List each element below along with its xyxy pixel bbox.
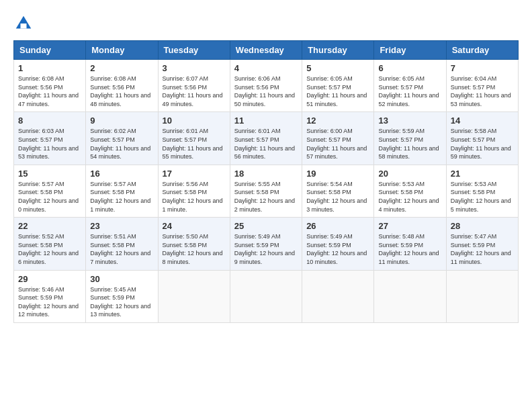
svg-rect-1 bbox=[21, 24, 27, 29]
table-row: 13Sunrise: 5:59 AMSunset: 5:57 PMDayligh… bbox=[374, 112, 446, 165]
table-row: 23Sunrise: 5:51 AMSunset: 5:58 PMDayligh… bbox=[86, 218, 158, 270]
table-row: 15Sunrise: 5:57 AMSunset: 5:58 PMDayligh… bbox=[14, 165, 86, 217]
table-row: 26Sunrise: 5:49 AMSunset: 5:59 PMDayligh… bbox=[302, 218, 374, 270]
header-monday: Monday bbox=[86, 41, 158, 60]
table-row: 11Sunrise: 6:01 AMSunset: 5:57 PMDayligh… bbox=[230, 112, 302, 165]
table-row bbox=[302, 270, 374, 322]
table-row: 8Sunrise: 6:03 AMSunset: 5:57 PMDaylight… bbox=[14, 112, 86, 165]
table-row: 16Sunrise: 5:57 AMSunset: 5:58 PMDayligh… bbox=[86, 165, 158, 217]
table-row bbox=[446, 270, 518, 322]
table-row bbox=[374, 270, 446, 322]
table-row: 21Sunrise: 5:53 AMSunset: 5:58 PMDayligh… bbox=[446, 165, 518, 217]
table-row: 28Sunrise: 5:47 AMSunset: 5:59 PMDayligh… bbox=[446, 218, 518, 270]
header-friday: Friday bbox=[374, 41, 446, 60]
logo-icon bbox=[13, 13, 34, 34]
table-row: 17Sunrise: 5:56 AMSunset: 5:58 PMDayligh… bbox=[158, 165, 230, 217]
table-row: 22Sunrise: 5:52 AMSunset: 5:58 PMDayligh… bbox=[14, 218, 86, 270]
table-row: 12Sunrise: 6:00 AMSunset: 5:57 PMDayligh… bbox=[302, 112, 374, 165]
table-row: 30Sunrise: 5:45 AMSunset: 5:59 PMDayligh… bbox=[86, 270, 158, 322]
table-row: 19Sunrise: 5:54 AMSunset: 5:58 PMDayligh… bbox=[302, 165, 374, 217]
table-row bbox=[230, 270, 302, 322]
table-row: 25Sunrise: 5:49 AMSunset: 5:59 PMDayligh… bbox=[230, 218, 302, 270]
table-row: 20Sunrise: 5:53 AMSunset: 5:58 PMDayligh… bbox=[374, 165, 446, 217]
page-header bbox=[13, 13, 519, 34]
header-thursday: Thursday bbox=[302, 41, 374, 60]
table-row: 4Sunrise: 6:06 AMSunset: 5:56 PMDaylight… bbox=[230, 60, 302, 112]
header-sunday: Sunday bbox=[14, 41, 86, 60]
table-row: 10Sunrise: 6:01 AMSunset: 5:57 PMDayligh… bbox=[158, 112, 230, 165]
table-row: 1Sunrise: 6:08 AMSunset: 5:56 PMDaylight… bbox=[14, 60, 86, 112]
table-row: 6Sunrise: 6:05 AMSunset: 5:57 PMDaylight… bbox=[374, 60, 446, 112]
weekday-header-row: Sunday Monday Tuesday Wednesday Thursday… bbox=[14, 41, 519, 60]
table-row: 9Sunrise: 6:02 AMSunset: 5:57 PMDaylight… bbox=[86, 112, 158, 165]
header-tuesday: Tuesday bbox=[158, 41, 230, 60]
logo bbox=[13, 13, 36, 34]
table-row: 5Sunrise: 6:05 AMSunset: 5:57 PMDaylight… bbox=[302, 60, 374, 112]
table-row: 29Sunrise: 5:46 AMSunset: 5:59 PMDayligh… bbox=[14, 270, 86, 322]
table-row: 24Sunrise: 5:50 AMSunset: 5:58 PMDayligh… bbox=[158, 218, 230, 270]
table-row: 2Sunrise: 6:08 AMSunset: 5:56 PMDaylight… bbox=[86, 60, 158, 112]
calendar: Sunday Monday Tuesday Wednesday Thursday… bbox=[13, 40, 519, 323]
table-row: 3Sunrise: 6:07 AMSunset: 5:56 PMDaylight… bbox=[158, 60, 230, 112]
header-wednesday: Wednesday bbox=[230, 41, 302, 60]
table-row: 7Sunrise: 6:04 AMSunset: 5:57 PMDaylight… bbox=[446, 60, 518, 112]
table-row bbox=[158, 270, 230, 322]
table-row: 27Sunrise: 5:48 AMSunset: 5:59 PMDayligh… bbox=[374, 218, 446, 270]
header-saturday: Saturday bbox=[446, 41, 518, 60]
table-row: 18Sunrise: 5:55 AMSunset: 5:58 PMDayligh… bbox=[230, 165, 302, 217]
table-row: 14Sunrise: 5:58 AMSunset: 5:57 PMDayligh… bbox=[446, 112, 518, 165]
